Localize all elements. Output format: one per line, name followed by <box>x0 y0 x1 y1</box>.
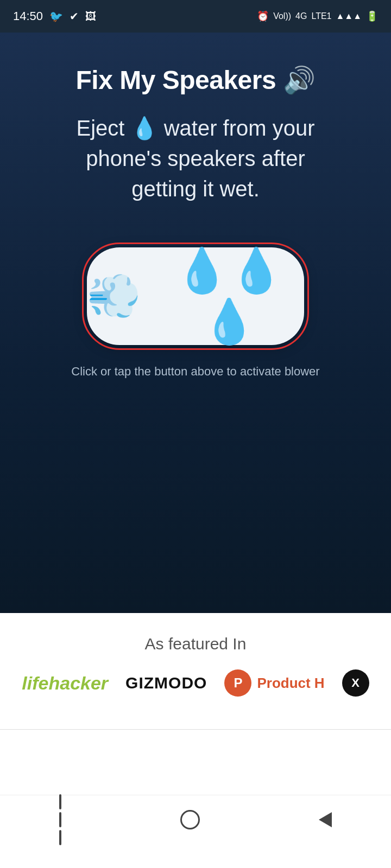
app-title: Fix My Speakers 🔊 <box>75 65 315 95</box>
subtitle-line2: phone's speakers after <box>86 146 305 170</box>
volume-icon: Vol)) <box>273 11 291 21</box>
image-icon: 🖼 <box>85 10 96 23</box>
gizmodo-text: GIZMODO <box>125 674 207 692</box>
status-bar: 14:50 🐦 ✔ 🖼 ⏰ Vol)) 4G LTE1 ▲▲▲ 🔋 <box>0 0 391 33</box>
wind-icon: 💨 <box>87 271 141 322</box>
signal-icon: ▲▲▲ <box>336 11 362 21</box>
navigation-bar <box>0 795 391 844</box>
network-4g: 4G <box>295 11 307 21</box>
close-icon: X <box>351 676 360 690</box>
status-left: 14:50 🐦 ✔ 🖼 <box>13 9 96 23</box>
lifehacker-text: lifehacker <box>22 673 108 694</box>
producthunt-circle-icon: P <box>224 669 251 697</box>
status-right: ⏰ Vol)) 4G LTE1 ▲▲▲ 🔋 <box>257 10 378 22</box>
check-icon: ✔ <box>70 10 79 23</box>
battery-icon: 🔋 <box>366 10 378 22</box>
three-bars-icon <box>59 794 61 845</box>
gizmodo-logo: GIZMODO <box>125 674 207 692</box>
bottom-spacer <box>0 730 391 795</box>
producthunt-text: Product H <box>257 675 324 692</box>
nav-home-button[interactable] <box>180 810 200 829</box>
twitter-icon: 🐦 <box>49 10 63 23</box>
featured-logos-container: lifehacker GIZMODO P Product H X <box>11 669 380 697</box>
blower-button[interactable]: 💨 💧💧💧 <box>87 247 304 345</box>
producthunt-p-icon: P <box>234 675 242 691</box>
app-background: Fix My Speakers 🔊 Eject 💧 water from you… <box>0 33 391 613</box>
water-drops-icon: 💧💧💧 <box>154 245 304 347</box>
nav-back-button[interactable] <box>319 812 332 827</box>
lte-icon: LTE1 <box>311 11 331 21</box>
subtitle-line1: Eject 💧 water from your <box>76 116 314 140</box>
lifehacker-logo: lifehacker <box>22 673 108 694</box>
subtitle-line3: getting it wet. <box>131 177 260 201</box>
alarm-icon: ⏰ <box>257 10 269 22</box>
back-arrow-icon <box>319 812 332 827</box>
time-display: 14:50 <box>13 9 43 23</box>
blower-hint-text: Click or tap the button above to activat… <box>71 365 319 379</box>
featured-title: As featured In <box>145 635 247 653</box>
producthunt-logo: P Product H <box>224 669 324 697</box>
featured-section: As featured In lifehacker GIZMODO P Prod… <box>0 613 391 713</box>
app-subtitle: Eject 💧 water from your phone's speakers… <box>76 113 314 204</box>
close-badge-button[interactable]: X <box>342 669 369 697</box>
nav-recent-button[interactable] <box>59 794 61 845</box>
home-circle-icon <box>180 810 200 829</box>
